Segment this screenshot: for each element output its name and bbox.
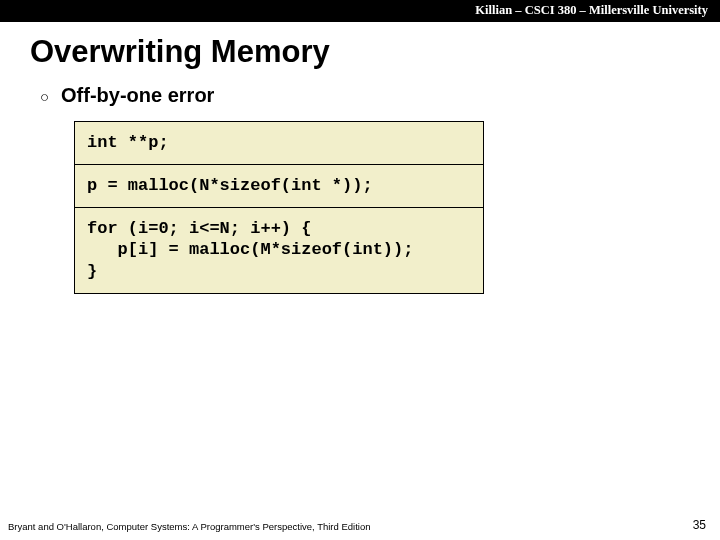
header-bar: Killian – CSCI 380 – Millersville Univer… — [0, 0, 720, 22]
page-title: Overwriting Memory — [0, 22, 720, 76]
code-line-3: for (i=0; i<=N; i++) { p[i] = malloc(M*s… — [75, 207, 483, 293]
bullet-icon: ○ — [40, 89, 49, 104]
footer-attribution: Bryant and O'Hallaron, Computer Systems:… — [8, 521, 371, 532]
bullet-row: ○ Off-by-one error — [40, 84, 690, 107]
content-area: ○ Off-by-one error int **p; p = malloc(N… — [0, 76, 720, 294]
code-box: int **p; p = malloc(N*sizeof(int *)); fo… — [74, 121, 484, 294]
slide: Killian – CSCI 380 – Millersville Univer… — [0, 0, 720, 540]
page-number: 35 — [693, 518, 706, 532]
header-text: Killian – CSCI 380 – Millersville Univer… — [475, 3, 708, 17]
bullet-label: Off-by-one error — [61, 84, 214, 107]
code-line-1: int **p; — [75, 122, 483, 164]
code-line-2: p = malloc(N*sizeof(int *)); — [75, 164, 483, 207]
